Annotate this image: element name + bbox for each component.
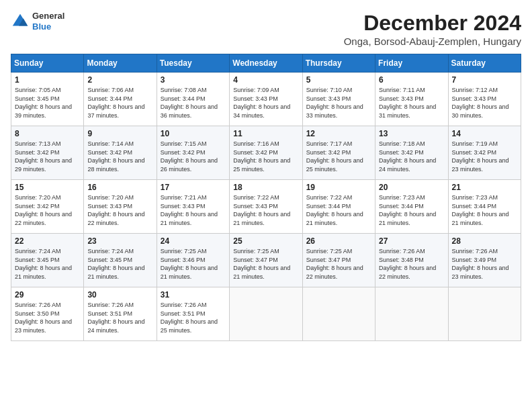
- day-info: Sunrise: 7:05 AM Sunset: 3:45 PM Dayligh…: [15, 86, 80, 120]
- day-info: Sunrise: 7:13 AM Sunset: 3:42 PM Dayligh…: [15, 140, 80, 173]
- day-info: Sunrise: 7:23 AM Sunset: 3:44 PM Dayligh…: [379, 193, 444, 227]
- day-info: Sunrise: 7:06 AM Sunset: 3:44 PM Dayligh…: [87, 86, 152, 120]
- day-info: Sunrise: 7:26 AM Sunset: 3:51 PM Dayligh…: [87, 301, 152, 334]
- calendar-cell: 1 Sunrise: 7:05 AM Sunset: 3:45 PM Dayli…: [11, 73, 84, 126]
- day-number: 6: [379, 75, 444, 85]
- week-row-4: 22 Sunrise: 7:24 AM Sunset: 3:45 PM Dayl…: [11, 234, 521, 287]
- calendar-cell: 30 Sunrise: 7:26 AM Sunset: 3:51 PM Dayl…: [84, 287, 157, 341]
- logo-text: General Blue: [32, 11, 64, 32]
- day-info: Sunrise: 7:22 AM Sunset: 3:44 PM Dayligh…: [306, 193, 371, 227]
- day-number: 18: [233, 183, 298, 192]
- col-sunday: Sunday: [11, 54, 84, 73]
- day-info: Sunrise: 7:20 AM Sunset: 3:43 PM Dayligh…: [87, 193, 152, 227]
- col-monday: Monday: [84, 54, 157, 73]
- calendar-cell: 10 Sunrise: 7:15 AM Sunset: 3:42 PM Dayl…: [157, 126, 229, 180]
- day-number: 10: [161, 129, 226, 138]
- calendar-cell: [302, 287, 375, 341]
- calendar-cell: 4 Sunrise: 7:09 AM Sunset: 3:43 PM Dayli…: [230, 73, 302, 126]
- day-number: 13: [379, 129, 444, 138]
- day-number: 31: [161, 290, 226, 300]
- calendar-cell: 13 Sunrise: 7:18 AM Sunset: 3:42 PM Dayl…: [375, 126, 448, 180]
- calendar-cell: 6 Sunrise: 7:11 AM Sunset: 3:43 PM Dayli…: [375, 73, 448, 126]
- col-friday: Friday: [375, 54, 448, 73]
- day-info: Sunrise: 7:25 AM Sunset: 3:46 PM Dayligh…: [161, 247, 226, 281]
- day-info: Sunrise: 7:26 AM Sunset: 3:50 PM Dayligh…: [15, 301, 80, 334]
- day-info: Sunrise: 7:26 AM Sunset: 3:49 PM Dayligh…: [452, 247, 517, 281]
- calendar-cell: [230, 287, 302, 341]
- day-number: 17: [161, 183, 226, 192]
- day-info: Sunrise: 7:17 AM Sunset: 3:42 PM Dayligh…: [306, 140, 371, 173]
- day-number: 21: [452, 183, 517, 192]
- calendar-cell: 14 Sunrise: 7:19 AM Sunset: 3:42 PM Dayl…: [448, 126, 521, 180]
- calendar-cell: 5 Sunrise: 7:10 AM Sunset: 3:43 PM Dayli…: [302, 73, 375, 126]
- day-info: Sunrise: 7:21 AM Sunset: 3:43 PM Dayligh…: [161, 193, 226, 227]
- day-info: Sunrise: 7:24 AM Sunset: 3:45 PM Dayligh…: [15, 247, 80, 281]
- day-number: 28: [452, 236, 517, 246]
- day-number: 27: [379, 236, 444, 246]
- calendar-cell: 11 Sunrise: 7:16 AM Sunset: 3:42 PM Dayl…: [230, 126, 302, 180]
- calendar-cell: 29 Sunrise: 7:26 AM Sunset: 3:50 PM Dayl…: [11, 287, 84, 341]
- day-number: 15: [15, 183, 80, 192]
- col-saturday: Saturday: [448, 54, 521, 73]
- calendar-cell: 27 Sunrise: 7:26 AM Sunset: 3:48 PM Dayl…: [375, 234, 448, 287]
- day-info: Sunrise: 7:11 AM Sunset: 3:43 PM Dayligh…: [379, 86, 444, 120]
- calendar-cell: 18 Sunrise: 7:22 AM Sunset: 3:43 PM Dayl…: [230, 180, 302, 234]
- calendar-cell: 2 Sunrise: 7:06 AM Sunset: 3:44 PM Dayli…: [84, 73, 157, 126]
- day-number: 30: [87, 290, 152, 300]
- calendar-cell: 23 Sunrise: 7:24 AM Sunset: 3:45 PM Dayl…: [84, 234, 157, 287]
- day-info: Sunrise: 7:26 AM Sunset: 3:48 PM Dayligh…: [379, 247, 444, 281]
- day-number: 20: [379, 183, 444, 192]
- calendar-table: Sunday Monday Tuesday Wednesday Thursday…: [11, 54, 521, 341]
- calendar-subtitle: Onga, Borsod-Abauj-Zemplen, Hungary: [344, 36, 521, 47]
- calendar-cell: [375, 287, 448, 341]
- title-block: December 2024 Onga, Borsod-Abauj-Zemplen…: [344, 11, 521, 47]
- day-info: Sunrise: 7:25 AM Sunset: 3:47 PM Dayligh…: [306, 247, 371, 281]
- day-info: Sunrise: 7:10 AM Sunset: 3:43 PM Dayligh…: [306, 86, 371, 120]
- day-info: Sunrise: 7:22 AM Sunset: 3:43 PM Dayligh…: [233, 193, 298, 227]
- calendar-cell: 25 Sunrise: 7:25 AM Sunset: 3:47 PM Dayl…: [230, 234, 302, 287]
- day-number: 8: [15, 129, 80, 138]
- day-info: Sunrise: 7:25 AM Sunset: 3:47 PM Dayligh…: [233, 247, 298, 281]
- day-number: 9: [87, 129, 152, 138]
- logo-blue: Blue: [32, 21, 64, 32]
- calendar-cell: 28 Sunrise: 7:26 AM Sunset: 3:49 PM Dayl…: [448, 234, 521, 287]
- calendar-cell: 7 Sunrise: 7:12 AM Sunset: 3:43 PM Dayli…: [448, 73, 521, 126]
- day-info: Sunrise: 7:14 AM Sunset: 3:42 PM Dayligh…: [87, 140, 152, 173]
- col-tuesday: Tuesday: [157, 54, 229, 73]
- week-row-3: 15 Sunrise: 7:20 AM Sunset: 3:42 PM Dayl…: [11, 180, 521, 234]
- day-number: 4: [233, 75, 298, 85]
- day-number: 24: [161, 236, 226, 246]
- day-number: 14: [452, 129, 517, 138]
- calendar-cell: 8 Sunrise: 7:13 AM Sunset: 3:42 PM Dayli…: [11, 126, 84, 180]
- calendar-header-row: Sunday Monday Tuesday Wednesday Thursday…: [11, 54, 521, 73]
- logo-icon: [11, 12, 30, 31]
- day-info: Sunrise: 7:23 AM Sunset: 3:44 PM Dayligh…: [452, 193, 517, 227]
- calendar-cell: 3 Sunrise: 7:08 AM Sunset: 3:44 PM Dayli…: [157, 73, 229, 126]
- day-number: 3: [161, 75, 226, 85]
- day-number: 19: [306, 183, 371, 192]
- day-number: 29: [15, 290, 80, 300]
- calendar-cell: 21 Sunrise: 7:23 AM Sunset: 3:44 PM Dayl…: [448, 180, 521, 234]
- day-info: Sunrise: 7:19 AM Sunset: 3:42 PM Dayligh…: [452, 140, 517, 173]
- calendar-title: December 2024: [344, 11, 521, 36]
- day-number: 22: [15, 236, 80, 246]
- calendar-cell: 20 Sunrise: 7:23 AM Sunset: 3:44 PM Dayl…: [375, 180, 448, 234]
- col-thursday: Thursday: [302, 54, 375, 73]
- calendar-cell: 26 Sunrise: 7:25 AM Sunset: 3:47 PM Dayl…: [302, 234, 375, 287]
- day-info: Sunrise: 7:20 AM Sunset: 3:42 PM Dayligh…: [15, 193, 80, 227]
- day-number: 1: [15, 75, 80, 85]
- day-number: 5: [306, 75, 371, 85]
- calendar-cell: 24 Sunrise: 7:25 AM Sunset: 3:46 PM Dayl…: [157, 234, 229, 287]
- logo-general: General: [32, 11, 64, 21]
- calendar-cell: 22 Sunrise: 7:24 AM Sunset: 3:45 PM Dayl…: [11, 234, 84, 287]
- day-number: 11: [233, 129, 298, 138]
- day-number: 2: [87, 75, 152, 85]
- calendar-cell: 12 Sunrise: 7:17 AM Sunset: 3:42 PM Dayl…: [302, 126, 375, 180]
- day-info: Sunrise: 7:12 AM Sunset: 3:43 PM Dayligh…: [452, 86, 517, 120]
- calendar-cell: 9 Sunrise: 7:14 AM Sunset: 3:42 PM Dayli…: [84, 126, 157, 180]
- logo: General Blue: [11, 11, 64, 32]
- week-row-1: 1 Sunrise: 7:05 AM Sunset: 3:45 PM Dayli…: [11, 73, 521, 126]
- day-info: Sunrise: 7:24 AM Sunset: 3:45 PM Dayligh…: [87, 247, 152, 281]
- calendar-cell: 16 Sunrise: 7:20 AM Sunset: 3:43 PM Dayl…: [84, 180, 157, 234]
- day-info: Sunrise: 7:09 AM Sunset: 3:43 PM Dayligh…: [233, 86, 298, 120]
